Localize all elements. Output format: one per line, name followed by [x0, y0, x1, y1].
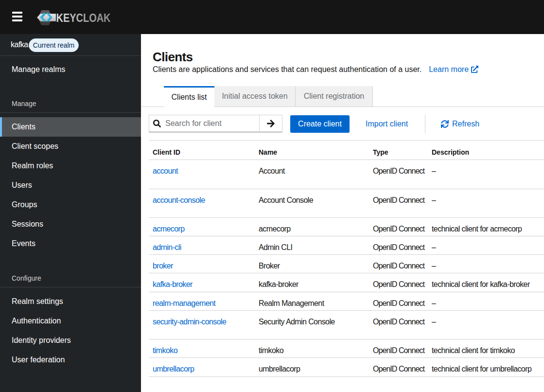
- svg-text:KEYCLOAK: KEYCLOAK: [56, 11, 111, 24]
